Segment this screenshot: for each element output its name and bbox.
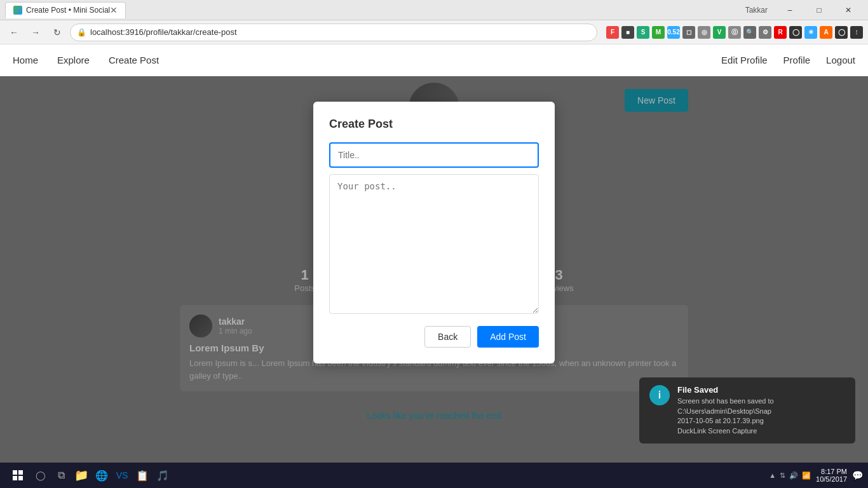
toast-title: File Saved [677, 385, 774, 395]
address-bar[interactable]: 🔒 localhost:3916/profile/takkar/create-p… [70, 24, 597, 41]
toast-line3: 2017-10-05 at 20.17.39.png [677, 417, 764, 424]
post-body-textarea[interactable] [329, 174, 539, 314]
notification-toast: i File Saved Screen shot has been saved … [639, 377, 855, 444]
maximize-button[interactable]: □ [804, 0, 834, 20]
taskbar-file-explorer[interactable]: 📁 [71, 465, 92, 485]
browser-tab[interactable]: Create Post • Mini Social ✕ [5, 2, 126, 18]
add-post-button[interactable]: Add Post [477, 326, 539, 348]
modal-footer: Back Add Post [329, 326, 539, 348]
ext-icon-12[interactable]: R [774, 26, 787, 39]
ext-icon-14[interactable]: ✳ [804, 26, 817, 39]
ext-icon-9[interactable]: ⓪ [728, 26, 741, 39]
nav-home[interactable]: Home [13, 55, 38, 65]
toast-line2: C:\Users\admin\Desktop\Snap [677, 407, 771, 415]
system-tray-icons: ▲ ⇅ 🔊 📶 [769, 471, 811, 480]
tray-network[interactable]: ⇅ [780, 471, 785, 480]
taskbar-app4[interactable]: 📋 [132, 465, 153, 485]
nav-explore[interactable]: Explore [57, 55, 90, 65]
nav-logout[interactable]: Logout [826, 55, 855, 65]
taskbar-chrome[interactable]: 🌐 [92, 465, 112, 485]
ext-icon-10[interactable]: 🔍 [743, 26, 756, 39]
back-button[interactable]: Back [424, 326, 471, 348]
svg-rect-2 [13, 476, 17, 480]
nav-links-left: Home Explore Create Post [13, 55, 159, 65]
reload-button[interactable]: ↻ [48, 24, 66, 41]
ext-icon-7[interactable]: ◎ [698, 26, 710, 39]
forward-nav-button[interactable]: → [27, 24, 44, 41]
toast-icon: i [649, 385, 670, 405]
nav-edit-profile[interactable]: Edit Profile [721, 55, 768, 65]
window-controls: Takkar – □ ✕ [738, 0, 863, 20]
modal-title: Create Post [329, 118, 539, 131]
start-button[interactable] [5, 465, 31, 485]
extensions-area: F ■ S M 0.52 ◻ ◎ V ⓪ 🔍 ⚙ R ◯ ✳ A ◯ ⋮ [606, 26, 863, 39]
close-button[interactable]: ✕ [834, 0, 863, 20]
taskbar-clock: 8:17 PM 10/5/2017 [816, 468, 847, 483]
browser-toolbar: ← → ↻ 🔒 localhost:3916/profile/takkar/cr… [0, 20, 868, 44]
ext-icon-16[interactable]: ◯ [835, 26, 848, 39]
ext-icon-2[interactable]: ■ [621, 26, 634, 39]
toast-line4: DuckLink Screen Capture [677, 427, 757, 435]
taskbar-search[interactable]: ◯ [31, 465, 51, 485]
ext-icon-1[interactable]: F [606, 26, 619, 39]
notifications-button[interactable]: 💬 [852, 470, 863, 480]
nav-profile[interactable]: Profile [783, 55, 811, 65]
app-navbar: Home Explore Create Post Edit Profile Pr… [0, 44, 868, 76]
ext-icon-8[interactable]: V [713, 26, 726, 39]
toast-line1: Screen shot has been saved to [677, 397, 774, 405]
tab-close-button[interactable]: ✕ [110, 5, 118, 15]
taskbar-app5[interactable]: 🎵 [153, 465, 173, 485]
lock-icon: 🔒 [77, 28, 86, 37]
taskbar-vs[interactable]: VS [112, 465, 132, 485]
taskbar-task-view[interactable]: ⧉ [51, 465, 71, 485]
nav-create-post[interactable]: Create Post [109, 55, 159, 65]
ext-icon-6[interactable]: ◻ [682, 26, 695, 39]
taskbar-right: ▲ ⇅ 🔊 📶 8:17 PM 10/5/2017 💬 [769, 468, 863, 483]
github-icon[interactable]: ◯ [789, 26, 802, 39]
page-background: New Post 1 Posts 3 le views takkar [0, 76, 868, 463]
browser-titlebar: Create Post • Mini Social ✕ Takkar – □ ✕ [0, 0, 868, 20]
ext-icon-5[interactable]: 0.52 [667, 26, 680, 39]
taskbar: ◯ ⧉ 📁 🌐 VS 📋 🎵 ▲ ⇅ 🔊 📶 8:17 PM 10/5/2017… [0, 463, 868, 488]
toast-body: Screen shot has been saved to C:\Users\a… [677, 396, 774, 436]
nav-links-right: Edit Profile Profile Logout [721, 55, 855, 65]
clock-date: 10/5/2017 [816, 475, 847, 483]
svg-rect-1 [18, 470, 23, 475]
menu-icon[interactable]: ⋮ [850, 26, 863, 39]
clock-time: 8:17 PM [816, 468, 847, 475]
ext-icon-3[interactable]: S [637, 26, 649, 39]
tray-arrow[interactable]: ▲ [769, 471, 776, 479]
tray-wifi[interactable]: 📶 [802, 471, 811, 480]
toast-content: File Saved Screen shot has been saved to… [677, 385, 774, 436]
tray-volume[interactable]: 🔊 [789, 471, 798, 480]
create-post-modal: Create Post Back Add Post [313, 102, 555, 363]
ext-icon-15[interactable]: A [820, 26, 832, 39]
ext-icon-11[interactable]: ⚙ [759, 26, 771, 39]
address-url: localhost:3916/profile/takkar/create-pos… [90, 27, 237, 37]
minimize-button[interactable]: – [775, 0, 804, 20]
svg-rect-0 [13, 470, 17, 475]
tab-favicon [13, 6, 22, 15]
tab-title: Create Post • Mini Social [26, 6, 110, 15]
back-nav-button[interactable]: ← [5, 24, 23, 41]
svg-rect-3 [18, 476, 23, 480]
post-title-input[interactable] [329, 142, 539, 168]
window-title: Takkar [738, 0, 775, 20]
ext-icon-4[interactable]: M [652, 26, 665, 39]
